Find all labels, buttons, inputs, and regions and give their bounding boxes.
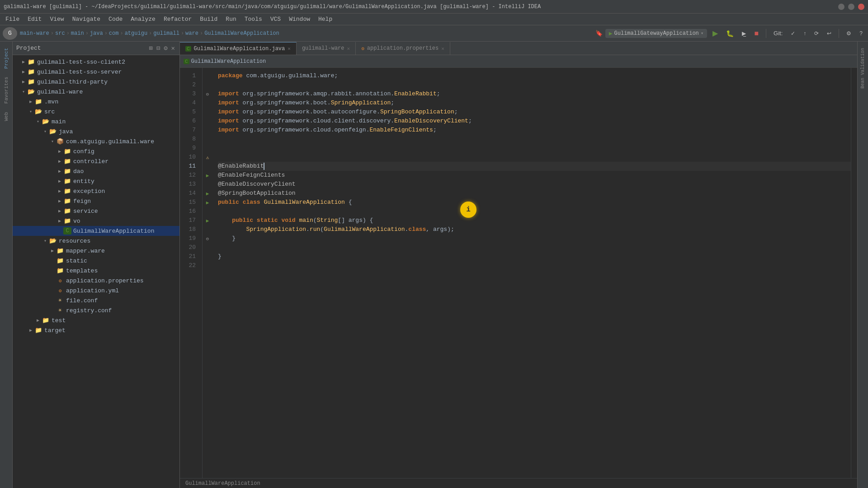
- tree-item-application-class[interactable]: C GulimallWareApplication: [13, 226, 179, 236]
- tree-item-main[interactable]: ▾ 📂 main: [13, 117, 179, 127]
- tree-item-test[interactable]: ▶ 📁 test: [13, 315, 179, 325]
- toolbar-bookmark[interactable]: 🔖: [595, 30, 603, 37]
- tree-item-dao[interactable]: ▶ 📁 dao: [13, 166, 179, 176]
- menu-vcs[interactable]: VCS: [267, 15, 284, 23]
- git-commit-button[interactable]: ✓: [788, 27, 798, 40]
- menu-refactor[interactable]: Refactor: [160, 15, 195, 23]
- tree-item-registry-conf[interactable]: ☀ registry.conf: [13, 305, 179, 315]
- line-8: 8: [180, 135, 198, 144]
- tree-item-app-props[interactable]: ⚙ application.properties: [13, 276, 179, 286]
- folder-icon: 📁: [27, 58, 35, 66]
- breadcrumb-class[interactable]: GulimallWareApplication: [204, 30, 279, 37]
- menu-file[interactable]: File: [2, 15, 23, 23]
- menu-analyze[interactable]: Analyze: [127, 15, 159, 23]
- coverage-button[interactable]: ▶̲: [739, 27, 749, 40]
- tree-item-app-yml[interactable]: ⚙ application.yml: [13, 286, 179, 296]
- tab-close-app[interactable]: ✕: [288, 46, 291, 52]
- tab-gulimall-ware[interactable]: gulimall-ware ✕: [297, 42, 356, 55]
- menu-build[interactable]: Build: [196, 15, 221, 23]
- tree-item-third-party[interactable]: ▶ 📁 gulimall-third-party: [13, 77, 179, 87]
- tree-item-feign[interactable]: ▶ 📁 feign: [13, 196, 179, 206]
- folder-icon: 📁: [63, 148, 71, 155]
- tree-item-service[interactable]: ▶ 📁 service: [13, 206, 179, 216]
- gutter-18: [203, 225, 212, 234]
- breadcrumb-atguigu[interactable]: atguigu: [125, 30, 147, 37]
- menu-navigate[interactable]: Navigate: [69, 15, 104, 23]
- stop-button[interactable]: ■: [751, 27, 761, 40]
- project-close-icon[interactable]: ✕: [170, 43, 176, 53]
- tree-item-exception[interactable]: ▶ 📁 exception: [13, 186, 179, 196]
- menu-view[interactable]: View: [46, 15, 67, 23]
- vtab-project[interactable]: Project: [2, 45, 11, 71]
- git-update-button[interactable]: Git:: [771, 27, 785, 40]
- tree-item-file-conf[interactable]: ☀ file.conf: [13, 296, 179, 305]
- maximize-button[interactable]: [848, 4, 854, 10]
- menu-code[interactable]: Code: [105, 15, 126, 23]
- vtab-bean-validation[interactable]: Bean Validation: [859, 45, 867, 91]
- help-button[interactable]: ?: [857, 27, 865, 40]
- code-line-5: import org.springframework.boot.autoconf…: [218, 108, 851, 117]
- menu-window[interactable]: Window: [285, 15, 314, 23]
- run-icon-14[interactable]: ▶: [206, 191, 209, 197]
- tree-item-vo[interactable]: ▶ 📁 vo: [13, 216, 179, 226]
- tree-item-static[interactable]: 📁 static: [13, 256, 179, 266]
- run-config-dropdown[interactable]: ▶ GulimallGatewayApplication ▾: [605, 29, 708, 38]
- folder-open-icon: 📂: [42, 118, 50, 125]
- tree-item-config[interactable]: ▶ 📁 config: [13, 146, 179, 156]
- breadcrumb-gulimall[interactable]: gulimall: [153, 30, 179, 37]
- run-button[interactable]: ▶: [710, 27, 721, 40]
- breadcrumb-src[interactable]: src: [55, 30, 65, 37]
- tree-item-target[interactable]: ▶ 📁 target: [13, 325, 179, 335]
- fold-icon-3[interactable]: ⊖: [206, 91, 209, 97]
- tree-item-mvn[interactable]: ▶ 📁 .mvn: [13, 97, 179, 107]
- tree-item-sso-server[interactable]: ▶ 📁 gulimall-test-sso-server: [13, 67, 179, 77]
- git-revert-button[interactable]: ↩: [824, 27, 834, 40]
- settings-button[interactable]: ⚙: [844, 27, 854, 40]
- tab-application-props[interactable]: ⚙ application.properties ✕: [356, 42, 450, 55]
- run-icon-17[interactable]: ▶: [206, 218, 209, 224]
- menu-help[interactable]: Help: [315, 15, 336, 23]
- breadcrumb-main-ware[interactable]: main-ware: [20, 30, 49, 37]
- code-area[interactable]: package com.atguigu.gulimall.ware; impor…: [212, 68, 851, 478]
- debug-button[interactable]: 🐛: [723, 27, 736, 40]
- menu-tools[interactable]: Tools: [241, 15, 266, 23]
- tree-item-src[interactable]: ▾ 📂 src: [13, 107, 179, 117]
- git-history-button[interactable]: ⟳: [811, 27, 821, 40]
- tree-item-mapper-ware[interactable]: ▶ 📁 mapper.ware: [13, 246, 179, 256]
- tree-item-controller[interactable]: ▶ 📁 controller: [13, 156, 179, 166]
- breadcrumb-java[interactable]: java: [90, 30, 103, 37]
- tree-item-package[interactable]: ▾ 📦 com.atguigu.gulimall.ware: [13, 136, 179, 146]
- project-collapse-icon[interactable]: ⊟: [156, 43, 161, 53]
- project-avatar[interactable]: G: [3, 27, 17, 40]
- breadcrumb-main[interactable]: main: [71, 30, 84, 37]
- run-config-label: GulimallGatewayApplication: [614, 30, 699, 37]
- menu-edit[interactable]: Edit: [24, 15, 45, 23]
- git-push-button[interactable]: ↑: [801, 27, 809, 40]
- folder-icon: 📁: [27, 78, 35, 85]
- line-16: 16: [180, 207, 198, 216]
- gutter-17: ▶: [203, 216, 212, 225]
- tree-item-ware[interactable]: ▾ 📂 gulimall-ware: [13, 87, 179, 97]
- code-line-13: @EnableDiscoveryClient: [218, 180, 851, 189]
- breadcrumb-com[interactable]: com: [109, 30, 119, 37]
- run-icon-15[interactable]: ▶: [206, 200, 209, 206]
- tab-gulimall-ware-app[interactable]: C GulimallWareApplication.java ✕: [180, 42, 297, 55]
- vtab-favorites[interactable]: Favorites: [2, 74, 11, 106]
- file-tree: ▶ 📁 gulimall-test-sso-client2 ▶ 📁 gulima…: [13, 55, 179, 488]
- close-button[interactable]: [858, 4, 864, 10]
- breadcrumb-ware[interactable]: ware: [185, 30, 198, 37]
- fold-icon-19[interactable]: ⊖: [206, 236, 209, 242]
- run-icon-12[interactable]: ▶: [206, 173, 209, 178]
- tab-close-ware[interactable]: ✕: [347, 46, 350, 52]
- tree-item-java[interactable]: ▾ 📂 java: [13, 127, 179, 136]
- menu-run[interactable]: Run: [222, 15, 240, 23]
- tree-item-sso-client2[interactable]: ▶ 📁 gulimall-test-sso-client2: [13, 57, 179, 67]
- project-settings-icon[interactable]: ⚙: [163, 43, 168, 53]
- tree-item-templates[interactable]: 📁 templates: [13, 266, 179, 276]
- tree-item-resources[interactable]: ▾ 📂 resources: [13, 236, 179, 246]
- vtab-web[interactable]: Web: [2, 109, 11, 124]
- project-expand-icon[interactable]: ⊞: [148, 43, 153, 53]
- tree-item-entity[interactable]: ▶ 📁 entity: [13, 176, 179, 186]
- tab-close-props[interactable]: ✕: [441, 46, 444, 52]
- minimize-button[interactable]: [838, 4, 844, 10]
